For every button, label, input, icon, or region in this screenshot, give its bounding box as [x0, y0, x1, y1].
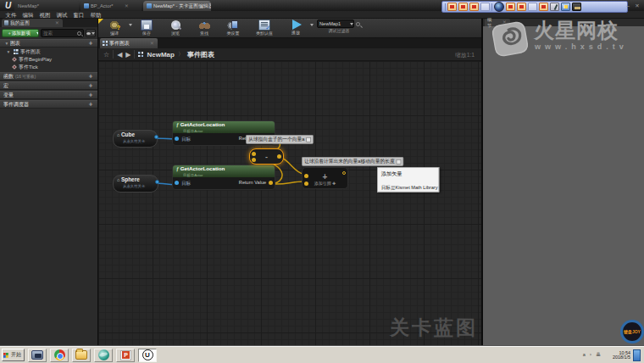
- chevron-down-icon: [92, 32, 95, 35]
- screen-share-icon[interactable]: [561, 3, 570, 11]
- projector-icon[interactable]: [572, 3, 581, 11]
- node-get-actor-location-2[interactable]: ƒGetActorLocation目标是Actor 目标 Return Valu…: [172, 165, 275, 190]
- node-tooltip: 添加矢量 目标是Kismet Math Library: [377, 167, 439, 193]
- pin-a-in[interactable]: [304, 174, 308, 178]
- close-icon[interactable]: ✕: [150, 41, 154, 46]
- section-functions[interactable]: 函数(16 可重载)＋: [0, 72, 97, 81]
- lens-icon[interactable]: [494, 2, 504, 12]
- window-tab-bp-actor[interactable]: BP_Actor*✕: [80, 1, 142, 11]
- quick-exit-icon[interactable]: [517, 3, 526, 11]
- compile-button[interactable]: 编译: [102, 20, 127, 40]
- unreal-icon: [142, 349, 153, 360]
- close-icon[interactable]: ✕: [55, 20, 59, 25]
- voice-broadcast-icon[interactable]: [539, 3, 548, 11]
- bubble-icon[interactable]: [307, 137, 312, 142]
- add-function-button[interactable]: ＋: [87, 73, 94, 80]
- chevron-down-icon[interactable]: [129, 24, 132, 26]
- menu-edit[interactable]: 编辑: [23, 11, 34, 19]
- bubble-icon[interactable]: [397, 159, 402, 165]
- save-button[interactable]: 保存: [134, 20, 159, 40]
- tree-item-tick[interactable]: 事件Tick: [0, 64, 97, 70]
- find-button[interactable]: 查找: [192, 20, 217, 40]
- tree-item-event-graph[interactable]: ▼事件图表: [0, 48, 97, 55]
- record-screen-icon[interactable]: [447, 3, 457, 11]
- pin-return-out[interactable]: [269, 181, 273, 185]
- taskbar-recorder-button[interactable]: [28, 349, 47, 362]
- window-mode-icon[interactable]: [506, 3, 515, 11]
- pin-result-out[interactable]: [277, 154, 281, 159]
- pin-result-out[interactable]: [342, 171, 346, 175]
- section-graphs[interactable]: ▼图表＋: [0, 39, 97, 47]
- pin-target-in[interactable]: [175, 137, 179, 141]
- window-controls[interactable]: – ✕: [626, 3, 641, 8]
- record-region-icon[interactable]: [469, 3, 479, 11]
- back-icon[interactable]: ◀: [117, 51, 122, 59]
- pin-b-in[interactable]: [252, 158, 256, 162]
- node-cube[interactable]: ⌂Cube 从永久性关卡: [113, 130, 158, 148]
- taskbar-powerpoint-button[interactable]: [116, 349, 135, 362]
- debug-object-dropdown[interactable]: NewMap1: [317, 20, 354, 28]
- keyboard-joy-badge: 键盘JOY: [620, 320, 644, 343]
- window-tab-newmap[interactable]: NewMap*: [14, 1, 79, 11]
- menu-help[interactable]: 帮助: [91, 11, 102, 19]
- class-defaults-button[interactable]: 类默认值: [249, 20, 280, 40]
- my-blueprint-panel: 我的蓝图 ✕ ＋添加新项 搜索 ▼图表＋ ▼事件图表 事件BeginPlay 事…: [0, 19, 98, 346]
- node-add[interactable]: + 添加引脚 ✚: [302, 167, 348, 189]
- section-dispatchers[interactable]: 事件调度器＋: [0, 100, 97, 109]
- favorite-icon[interactable]: ☆: [103, 51, 109, 59]
- window-tab-level-blueprint[interactable]: NewMap* - 关卡蓝图编辑器✕: [143, 1, 211, 11]
- tray-icon[interactable]: ◔: [589, 352, 591, 357]
- chevron-down-icon[interactable]: [310, 24, 314, 26]
- browse-button[interactable]: 浏览: [163, 20, 188, 40]
- menu-file[interactable]: 文件: [6, 11, 17, 19]
- add-variable-button[interactable]: ＋: [87, 92, 94, 98]
- powerpoint-icon: [120, 350, 131, 360]
- add-macro-button[interactable]: ＋: [87, 82, 94, 89]
- clock[interactable]: 10:54 2018/1/5: [613, 350, 630, 360]
- tab-my-blueprint[interactable]: 我的蓝图 ✕: [2, 19, 63, 27]
- node-subtract[interactable]: -: [249, 148, 284, 165]
- search-icon[interactable]: [356, 22, 360, 26]
- start-button[interactable]: 开始: [2, 349, 25, 361]
- taskbar-unreal-button[interactable]: [138, 349, 157, 362]
- menu-debug[interactable]: 调试: [57, 11, 68, 19]
- pin-b-in[interactable]: [304, 182, 308, 186]
- close-icon[interactable]: ✕: [125, 3, 129, 8]
- breadcrumb-root[interactable]: NewMap: [147, 51, 174, 59]
- comment-bubble-1: 从球指向盒子的一个向量a: [246, 135, 314, 144]
- section-variables[interactable]: 变量＋: [0, 91, 97, 99]
- tray-icon[interactable]: 🖶: [596, 352, 601, 357]
- add-graph-button[interactable]: ＋: [87, 40, 94, 47]
- node-sphere[interactable]: ⌂Sphere 从永久性关卡: [113, 175, 158, 193]
- unreal-logo-icon: U: [3, 0, 14, 11]
- forward-icon[interactable]: ▶: [125, 51, 130, 59]
- taskbar-browser-button[interactable]: [94, 349, 113, 362]
- expand-icon: ▼: [5, 41, 9, 45]
- record-window-icon[interactable]: [458, 3, 468, 11]
- tab-event-graph[interactable]: 事件图表 ✕: [100, 38, 158, 48]
- details-panel: 细节✕ 火星网校 www.hxsd.tv 键盘JOY: [481, 19, 644, 346]
- pin-object-out[interactable]: [155, 180, 159, 184]
- menu-view[interactable]: 视图: [40, 11, 51, 19]
- add-new-button[interactable]: ＋添加新项: [2, 29, 39, 37]
- ime-icon[interactable]: a: [582, 352, 585, 357]
- show-desktop-icon[interactable]: [633, 349, 641, 361]
- class-settings-button[interactable]: 类设置: [220, 20, 246, 40]
- tree-item-begin-play[interactable]: 事件BeginPlay: [0, 56, 97, 63]
- pin-a-in[interactable]: [252, 152, 256, 156]
- add-dispatcher-button[interactable]: ＋: [87, 101, 94, 108]
- taskbar-folder-button[interactable]: [72, 349, 91, 362]
- section-macros[interactable]: 宏＋: [0, 81, 97, 90]
- search-input[interactable]: 搜索: [41, 29, 84, 37]
- pen-icon[interactable]: [550, 3, 559, 11]
- event-graph-canvas[interactable]: 关卡蓝图 ⌂Cube 从永久性关卡 ⌂Sphere 从永久性关卡 ƒGetAct…: [98, 61, 481, 346]
- watermark: 火星网校 www.hxsd.tv: [483, 19, 644, 78]
- menu-window[interactable]: 窗口: [74, 11, 85, 19]
- taskbar-chrome-button[interactable]: [50, 349, 69, 362]
- breadcrumb-current[interactable]: 事件图表: [187, 50, 214, 59]
- pin-object-out[interactable]: [154, 135, 158, 139]
- play-button[interactable]: 播放: [283, 20, 308, 39]
- pin-target-in[interactable]: [175, 181, 179, 185]
- add-pin-button[interactable]: 添加引脚 ✚: [311, 181, 339, 187]
- visibility-filter-button[interactable]: [86, 29, 96, 37]
